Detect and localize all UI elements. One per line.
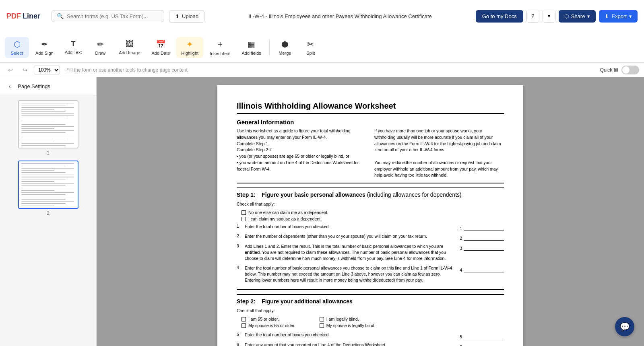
search-icon: 🔍 [57, 13, 64, 19]
thumb-line [21, 185, 66, 186]
thumb-line [21, 181, 55, 182]
undo-button[interactable]: ↩ [5, 64, 16, 76]
pdf-checkbox-3[interactable] [242, 317, 246, 321]
pdf-row-1-content: 1 Enter the total number of boxes you ch… [237, 224, 455, 230]
thumb-line [21, 175, 74, 175]
thumb-line [21, 107, 74, 107]
thumb-line [21, 118, 66, 118]
help-button[interactable]: ? [526, 10, 539, 23]
insert-item-label: Insert item [210, 51, 230, 56]
thumb-line [21, 177, 74, 177]
pdf-row-3-field[interactable] [464, 243, 504, 251]
pdf-checkbox-label-1: No one else can claim me as a dependent. [248, 210, 328, 215]
thumb-line [21, 183, 74, 184]
pdf-checkbox-item-6: My spouse is legally blind. [320, 323, 376, 328]
pdf-row-1-field[interactable] [464, 224, 504, 231]
tool-add-date[interactable]: 📅 Add Date [147, 37, 175, 58]
page-thumb-label-2: 2 [18, 210, 78, 216]
search-input[interactable] [67, 13, 159, 19]
pdf-row-6-line-num: 6 [460, 344, 462, 346]
export-button[interactable]: ⬇ Export ▾ [599, 10, 638, 23]
pdf-row-6: 6 Enter any amount that you reported on … [237, 342, 504, 346]
pdf-checkbox-item-2: I can claim my spouse as a dependent. [242, 216, 504, 221]
split-label: Split [306, 51, 315, 56]
pdf-step2-checkboxes-col2: I am legally blind. My spouse is legally… [320, 317, 376, 330]
tool-split[interactable]: ✂ Split [299, 37, 323, 58]
redo-button[interactable]: ↪ [19, 64, 31, 76]
chat-widget[interactable]: 💬 [615, 317, 634, 336]
tool-add-image[interactable]: 🖼 Add Image [114, 37, 145, 58]
pdf-general-info-col2: If you have more than one job or your sp… [374, 128, 504, 179]
upload-label: Upload [182, 13, 198, 19]
sidebar-collapse-button[interactable]: ‹ [5, 81, 14, 91]
pdf-row-2-field[interactable] [464, 233, 504, 241]
pdf-row-5-field[interactable] [464, 332, 504, 339]
thumb-line [21, 128, 55, 129]
pdf-row-3-text: Add Lines 1 and 2. Enter the result. Thi… [245, 243, 455, 261]
pdf-checkbox-4[interactable] [242, 323, 246, 328]
pdf-checkbox-label-2: I can claim my spouse as a dependent. [248, 216, 322, 221]
pdf-row-1-line-num: 1 [460, 226, 462, 231]
pdf-step2-checkboxes: I am 65 or older. My spouse is 65 or old… [242, 317, 504, 330]
thumb-content-2 [19, 161, 78, 208]
tool-highlight[interactable]: ✦ Highlight [176, 37, 203, 58]
zoom-select[interactable]: 100% 75% 125% 150% [34, 66, 60, 74]
tool-add-fields[interactable]: ▦ Add fields [237, 37, 266, 58]
thumb-line [21, 115, 74, 116]
toolbar-divider [269, 39, 270, 56]
tool-add-text[interactable]: T Add Text [60, 37, 87, 57]
share-button[interactable]: ⬡ Share ▾ [559, 10, 596, 23]
thumb-line [21, 194, 66, 195]
add-fields-label: Add fields [242, 51, 261, 56]
pdf-row-6-input: 6 [460, 342, 504, 346]
thumb-line [21, 190, 55, 191]
highlight-icon: ✦ [186, 39, 193, 49]
pdf-row-2-line-num: 2 [460, 236, 462, 241]
tool-merge[interactable]: ⬢ Merge [273, 37, 297, 58]
pdf-row-6-num: 6 [237, 342, 242, 346]
page-thumb-2[interactable]: 2 [18, 161, 78, 216]
pdf-row-4-num: 4 [237, 265, 242, 270]
pdf-row-5-input: 5 [460, 332, 504, 339]
pdf-checkbox-1[interactable] [242, 210, 246, 215]
pdf-row-4-content: 4 Enter the total number of basic person… [237, 265, 455, 283]
tool-insert-item[interactable]: ＋ Insert item [205, 36, 235, 58]
search-bar[interactable]: 🔍 [52, 10, 164, 22]
document-title: IL-W-4 - Illinois Employees and other Pa… [209, 13, 471, 19]
quick-fill-toggle[interactable] [621, 66, 639, 74]
select-icon: ⬡ [14, 39, 21, 49]
main-content: ‹ Page Settings [0, 77, 644, 346]
page-thumb-img-1 [18, 100, 78, 148]
pdf-checkbox-6[interactable] [320, 323, 324, 328]
pdf-row-6-text: Enter any amount that you reported on Li… [245, 342, 455, 346]
logo-pdf: PDF [6, 12, 21, 21]
pdf-row-5-text: Enter the total number of boxes you chec… [245, 332, 455, 338]
pdf-viewer[interactable]: Illinois Withholding Allowance Worksheet… [97, 77, 644, 346]
pdf-general-info-columns: Use this worksheet as a guide to figure … [237, 128, 504, 179]
merge-label: Merge [279, 51, 291, 56]
sidebar-header: ‹ Page Settings [0, 77, 96, 95]
merge-icon: ⬢ [281, 39, 288, 49]
tool-select[interactable]: ⬡ Select [5, 37, 29, 58]
tool-add-sign[interactable]: ✒ Add Sign [31, 37, 58, 58]
pdf-checkbox-5[interactable] [320, 317, 324, 321]
page-thumb-1[interactable]: 1 [18, 100, 78, 156]
thumb-line [21, 126, 74, 127]
pdf-general-info-header: General Information [237, 119, 504, 126]
go-to-docs-button[interactable]: Go to my Docs [476, 10, 523, 23]
select-label: Select [11, 51, 23, 56]
upload-button[interactable]: ⬆ Upload [169, 10, 204, 23]
thumb-line [21, 137, 74, 137]
thumb-line [21, 143, 74, 143]
statusbar: ↩ ↪ 100% 75% 125% 150% Fill the form or … [0, 63, 644, 77]
pdf-page-title: Illinois Withholding Allowance Worksheet [237, 101, 504, 114]
pdf-checkbox-2[interactable] [242, 217, 246, 221]
pdf-row-6-field[interactable] [464, 342, 504, 346]
export-label: Export [611, 13, 627, 19]
thumb-line [21, 103, 74, 103]
pdf-row-2: 2 Enter the number of dependents (other … [237, 233, 504, 242]
thumb-line [21, 172, 66, 173]
pdf-row-4-field[interactable] [464, 265, 504, 272]
tool-draw[interactable]: ✏ Draw [88, 37, 112, 58]
dropdown-button[interactable]: ▾ [543, 10, 555, 23]
